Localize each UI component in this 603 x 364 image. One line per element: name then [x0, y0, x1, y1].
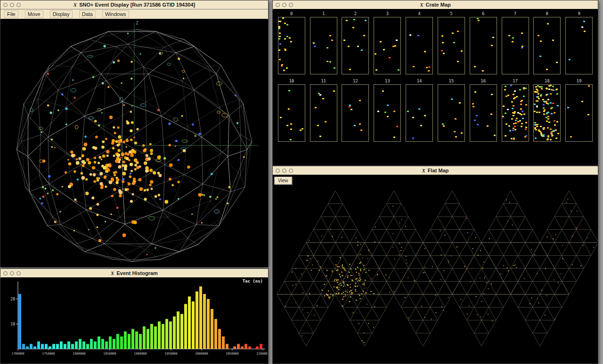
window-button-icon[interactable]: [276, 3, 280, 7]
hit-dot: [536, 106, 538, 107]
crate-panel-17[interactable]: [502, 84, 529, 142]
hit-dot: [375, 69, 377, 71]
titlebar-event-display[interactable]: XSNO+ Event Display [Run 371586 GTID 194…: [0, 0, 268, 9]
hit-dot: [511, 138, 513, 139]
hit-dot: [504, 89, 506, 90]
hit-dot: [413, 66, 415, 67]
hit-dot: [288, 90, 290, 91]
hit-dot: [326, 47, 328, 49]
crate-panel-4[interactable]: [406, 17, 433, 74]
crate-panel-2[interactable]: [342, 17, 369, 74]
menu-display[interactable]: Display: [50, 10, 73, 18]
hit-dot: [510, 85, 512, 86]
crate-panel-0[interactable]: [278, 17, 305, 74]
hit-dot: [522, 111, 523, 112]
window-button-icon[interactable]: [10, 271, 14, 275]
window-button-icon[interactable]: [3, 3, 8, 7]
window-title: XCrate Map: [273, 2, 598, 8]
event-display-canvas[interactable]: Z: [1, 19, 268, 267]
hit-dot: [525, 127, 527, 128]
crate-panel-5[interactable]: [438, 17, 465, 74]
crate-panel-18[interactable]: [533, 84, 561, 142]
window-button-icon[interactable]: [16, 271, 21, 275]
crate-cell: 11: [310, 79, 337, 142]
hit-dot: [428, 66, 430, 68]
hit-dot: [512, 129, 514, 131]
hit-dot: [542, 99, 544, 100]
hit-dot: [407, 111, 409, 112]
flat-map-canvas[interactable]: [273, 175, 597, 363]
crate-grid: 012345678910111213141516171819: [273, 9, 597, 165]
view-menu-button[interactable]: View: [274, 177, 292, 185]
crate-cell: 1: [310, 11, 337, 74]
hit-dot: [442, 42, 444, 43]
hit-dot: [547, 118, 549, 120]
window-button-icon[interactable]: [16, 3, 21, 7]
hit-dot: [477, 18, 479, 19]
hit-dot: [553, 130, 555, 131]
hit-dot: [534, 124, 536, 126]
hit-dot: [393, 137, 395, 138]
titlebar-crate-map[interactable]: XCrate Map: [273, 0, 598, 9]
hit-dot: [333, 90, 335, 92]
crate-panel-14[interactable]: [406, 84, 433, 142]
hit-dot: [550, 129, 552, 130]
hit-dot: [279, 21, 281, 22]
crate-panel-6[interactable]: [470, 17, 497, 74]
menu-move[interactable]: Move: [25, 10, 43, 18]
crate-panel-7[interactable]: [502, 17, 529, 74]
crate-panel-11[interactable]: [310, 84, 337, 142]
window-button-icon[interactable]: [289, 169, 293, 173]
hit-dot: [525, 104, 527, 105]
window-button-icon[interactable]: [282, 169, 286, 173]
window-flat-map: XFlat Map View: [272, 166, 598, 364]
hit-dot: [315, 107, 317, 108]
hit-dot: [455, 136, 457, 138]
hit-dot: [326, 61, 328, 62]
crate-panel-1[interactable]: [310, 17, 337, 74]
hit-dot: [511, 118, 513, 120]
menu-file[interactable]: File: [4, 10, 18, 18]
crate-cell: 0: [278, 11, 305, 74]
crate-panel-15[interactable]: [438, 84, 465, 142]
hit-dot: [279, 36, 281, 37]
hit-dot: [359, 100, 361, 101]
titlebar-flat-map[interactable]: XFlat Map: [273, 166, 598, 175]
hit-dot: [539, 56, 541, 57]
window-button-icon[interactable]: [3, 271, 8, 275]
hit-dot: [420, 125, 422, 126]
hit-dot: [523, 113, 525, 115]
window-button-icon[interactable]: [276, 169, 280, 173]
hit-dot: [349, 69, 351, 70]
window-buttons: [276, 3, 293, 7]
titlebar-event-histogram[interactable]: XEvent Histogram: [0, 269, 268, 278]
hit-dot: [393, 111, 395, 112]
window-button-icon[interactable]: [289, 3, 293, 7]
hit-dot: [546, 88, 548, 89]
crate-panel-19[interactable]: [565, 84, 593, 142]
hit-dot: [505, 86, 506, 87]
hit-dot: [348, 46, 350, 47]
crate-panel-16[interactable]: [470, 84, 497, 142]
hit-dot: [350, 109, 352, 110]
crate-panel-3[interactable]: [374, 17, 401, 74]
hit-dot: [519, 120, 521, 121]
crate-label-16: 16: [481, 79, 486, 83]
crate-panel-9[interactable]: [565, 17, 593, 74]
crate-panel-8[interactable]: [533, 17, 561, 74]
hit-dot: [319, 94, 321, 96]
menu-data[interactable]: Data: [79, 10, 96, 18]
crate-panel-10[interactable]: [278, 84, 305, 142]
window-button-icon[interactable]: [282, 3, 286, 7]
hit-dot: [473, 106, 474, 107]
crate-label-10: 10: [289, 79, 294, 83]
hit-dot: [535, 129, 537, 130]
crate-panel-13[interactable]: [374, 84, 401, 142]
window-button-icon[interactable]: [10, 3, 14, 7]
crate-panel-12[interactable]: [342, 84, 369, 142]
menu-windows[interactable]: Windows: [102, 10, 129, 18]
hit-dot: [567, 107, 569, 108]
svg-text:1750000: 1750000: [42, 352, 55, 356]
hit-dot: [502, 116, 504, 117]
hit-dot: [516, 118, 518, 119]
